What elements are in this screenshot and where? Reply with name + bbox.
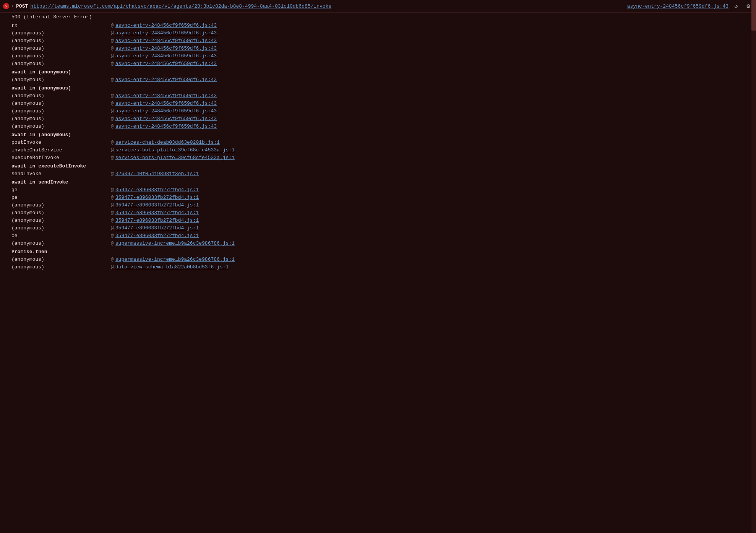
header-left: ✕ ▾ POST https://teams.microsoft.com/api… xyxy=(3,3,331,9)
stack-file-link[interactable]: async-entry-248456cf9f659df6.js:43 xyxy=(115,30,217,36)
stack-at-symbol: @ xyxy=(111,23,114,28)
stack-at-symbol: @ xyxy=(111,108,114,114)
stack-file-link[interactable]: 359477-e896033fb272fbd4.js:1 xyxy=(115,195,199,200)
stack-function-name: (anonymous) xyxy=(11,225,111,231)
console-container: ✕ ▾ POST https://teams.microsoft.com/api… xyxy=(0,0,756,533)
stack-file-link[interactable]: 359477-e896033fb272fbd4.js:1 xyxy=(115,218,199,223)
stack-file-link[interactable]: data-view-schema-b1a822a0b8bd53f6.js:1 xyxy=(115,264,229,270)
stack-frame-row: (anonymous)@ async-entry-248456cf9f659df… xyxy=(0,115,756,122)
stack-at-symbol: @ xyxy=(111,46,114,51)
stack-file-link[interactable]: services-bots-platfo…39cf68cfe4533a.js:1 xyxy=(115,147,235,153)
stack-file-link[interactable]: services-bots-platfo…39cf68cfe4533a.js:1 xyxy=(115,155,235,161)
stack-file-link[interactable]: 359477-e896033fb272fbd4.js:1 xyxy=(115,233,199,239)
stack-function-name: (anonymous) xyxy=(11,53,111,59)
stack-file-link[interactable]: async-entry-248456cf9f659df6.js:43 xyxy=(115,123,217,129)
stack-frame-row: ge@ 359477-e896033fb272fbd4.js:1 xyxy=(0,186,756,193)
stack-at-symbol: @ xyxy=(111,202,114,208)
scrollbar-track[interactable] xyxy=(751,0,756,533)
stack-function-name: (anonymous) xyxy=(11,30,111,36)
stack-function-name: sendInvoke xyxy=(11,171,111,177)
stack-function-name: ce xyxy=(11,233,111,239)
request-url[interactable]: https://teams.microsoft.com/api/chatsvc/… xyxy=(30,3,331,9)
stack-function-name: (anonymous) xyxy=(11,38,111,44)
stack-file-link[interactable]: 359477-e896033fb272fbd4.js:1 xyxy=(115,210,199,216)
stack-file-link[interactable]: async-entry-248456cf9f659df6.js:43 xyxy=(115,101,217,106)
stack-at-symbol: @ xyxy=(111,147,114,153)
stack-section-header: Promise.then xyxy=(0,248,756,255)
stack-at-symbol: @ xyxy=(111,61,114,67)
stack-at-symbol: @ xyxy=(111,218,114,223)
stack-frame-row: (anonymous)@ 359477-e896033fb272fbd4.js:… xyxy=(0,201,756,209)
stack-file-link[interactable]: supermassive-increme…b9a26c3e986786.js:1 xyxy=(115,240,235,246)
stack-frame-row: executeBotInvoke@ services-bots-platfo…3… xyxy=(0,154,756,161)
error-icon: ✕ xyxy=(3,3,9,9)
stack-frame-row: rx@ async-entry-248456cf9f659df6.js:43 xyxy=(0,21,756,29)
stack-frame-row: (anonymous)@ 359477-e896033fb272fbd4.js:… xyxy=(0,216,756,224)
dropdown-arrow-icon[interactable]: ▾ xyxy=(11,4,14,8)
stack-function-name: (anonymous) xyxy=(11,240,111,246)
stack-function-name: (anonymous) xyxy=(11,123,111,129)
stack-at-symbol: @ xyxy=(111,140,114,145)
stack-function-name: (anonymous) xyxy=(11,210,111,216)
stack-file-link[interactable]: 359477-e896033fb272fbd4.js:1 xyxy=(115,202,199,208)
stack-file-link[interactable]: async-entry-248456cf9f659df6.js:43 xyxy=(115,93,217,99)
stack-frame-row: (anonymous)@ async-entry-248456cf9f659df… xyxy=(0,44,756,52)
stack-at-symbol: @ xyxy=(111,264,114,270)
stack-function-name: (anonymous) xyxy=(11,108,111,114)
stack-function-name: (anonymous) xyxy=(11,264,111,270)
stack-at-symbol: @ xyxy=(111,195,114,200)
stack-file-link[interactable]: 359477-e896033fb272fbd4.js:1 xyxy=(115,187,199,193)
stack-function-name: invokeChatService xyxy=(11,147,111,153)
stack-at-symbol: @ xyxy=(111,171,114,177)
stack-file-link[interactable]: 326397-40f054198981f3eb.js:1 xyxy=(115,171,199,177)
stack-at-symbol: @ xyxy=(111,123,114,129)
scrollbar-thumb[interactable] xyxy=(751,0,756,31)
header-right: async-entry-248456cf9f659df6.js:43 ↺ ⚙ xyxy=(627,2,753,11)
stack-trace: rx@ async-entry-248456cf9f659df6.js:43(a… xyxy=(0,21,756,271)
stack-frame-row: (anonymous)@ 359477-e896033fb272fbd4.js:… xyxy=(0,224,756,232)
reload-icon[interactable]: ↺ xyxy=(732,2,741,11)
stack-section-header: await in executeBotInvoke xyxy=(0,162,756,170)
stack-at-symbol: @ xyxy=(111,240,114,246)
stack-at-symbol: @ xyxy=(111,233,114,239)
stack-function-name: (anonymous) xyxy=(11,101,111,106)
stack-file-link[interactable]: async-entry-248456cf9f659df6.js:43 xyxy=(115,61,217,67)
stack-file-link[interactable]: supermassive-increme…b9a26c3e986786.js:1 xyxy=(115,257,235,262)
stack-function-name: (anonymous) xyxy=(11,218,111,223)
stack-file-link[interactable]: async-entry-248456cf9f659df6.js:43 xyxy=(115,53,217,59)
stack-file-link[interactable]: async-entry-248456cf9f659df6.js:43 xyxy=(115,23,217,28)
stack-function-name: (anonymous) xyxy=(11,61,111,67)
stack-file-link[interactable]: services-chat-deab03dd63e0201b.js:1 xyxy=(115,140,220,145)
stack-file-link[interactable]: async-entry-248456cf9f659df6.js:43 xyxy=(115,38,217,44)
stack-section-header: await in (anonymous) xyxy=(0,131,756,138)
stack-frame-row: (anonymous)@ async-entry-248456cf9f659df… xyxy=(0,107,756,115)
stack-file-link[interactable]: async-entry-248456cf9f659df6.js:43 xyxy=(115,108,217,114)
error-status: 500 (Internal Server Error) xyxy=(0,13,756,21)
stack-frame-row: (anonymous)@ async-entry-248456cf9f659df… xyxy=(0,76,756,83)
stack-file-link[interactable]: async-entry-248456cf9f659df6.js:43 xyxy=(115,77,217,83)
stack-function-name: (anonymous) xyxy=(11,93,111,99)
stack-function-name: pe xyxy=(11,195,111,200)
stack-frame-row: postInvoke@ services-chat-deab03dd63e020… xyxy=(0,138,756,146)
stack-section-header: await in sendInvoke xyxy=(0,178,756,186)
stack-function-name: executeBotInvoke xyxy=(11,155,111,161)
stack-at-symbol: @ xyxy=(111,225,114,231)
stack-at-symbol: @ xyxy=(111,210,114,216)
stack-at-symbol: @ xyxy=(111,77,114,83)
stack-file-link[interactable]: async-entry-248456cf9f659df6.js:43 xyxy=(115,116,217,122)
stack-at-symbol: @ xyxy=(111,155,114,161)
stack-frame-row: (anonymous)@ async-entry-248456cf9f659df… xyxy=(0,122,756,130)
stack-frame-row: (anonymous)@ 359477-e896033fb272fbd4.js:… xyxy=(0,209,756,216)
stack-function-name: ge xyxy=(11,187,111,193)
stack-function-name: (anonymous) xyxy=(11,202,111,208)
stack-frame-row: (anonymous)@ async-entry-248456cf9f659df… xyxy=(0,29,756,37)
stack-function-name: rx xyxy=(11,23,111,28)
stack-frame-row: (anonymous)@ supermassive-increme…b9a26c… xyxy=(0,255,756,263)
header-file-link[interactable]: async-entry-248456cf9f659df6.js:43 xyxy=(627,3,728,9)
stack-frame-row: (anonymous)@ async-entry-248456cf9f659df… xyxy=(0,92,756,99)
stack-file-link[interactable]: 359477-e896033fb272fbd4.js:1 xyxy=(115,225,199,231)
stack-section-header: await in (anonymous) xyxy=(0,68,756,76)
stack-function-name: (anonymous) xyxy=(11,77,111,83)
stack-file-link[interactable]: async-entry-248456cf9f659df6.js:43 xyxy=(115,46,217,51)
header-bar: ✕ ▾ POST https://teams.microsoft.com/api… xyxy=(0,0,756,13)
